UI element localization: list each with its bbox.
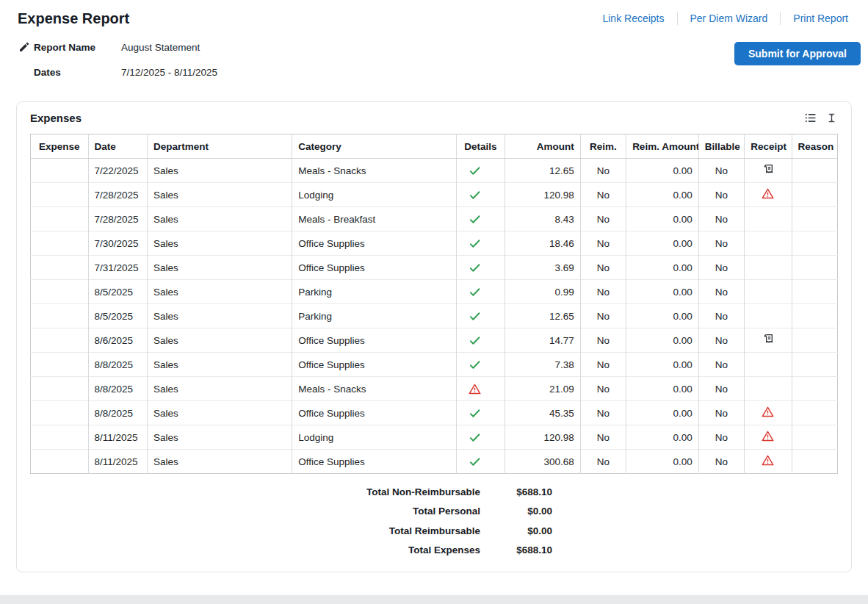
expense-reimbursable: No <box>580 304 626 328</box>
expense-reim-amount: 0.00 <box>626 159 699 183</box>
receipt-warning-icon[interactable] <box>762 454 774 467</box>
expense-date: 7/28/2025 <box>88 207 148 231</box>
expense-reimbursable: No <box>580 256 626 280</box>
expense-table-body: 7/22/2025 Sales Meals - Snacks 12.65 No … <box>31 159 838 474</box>
expense-date: 7/28/2025 <box>88 183 148 207</box>
expense-department: Sales <box>148 207 292 231</box>
expense-department: Sales <box>148 280 292 304</box>
expense-billable: No <box>698 377 744 401</box>
expense-reim-amount: 0.00 <box>626 280 699 304</box>
row-height-icon[interactable] <box>827 112 836 124</box>
per-diem-wizard-link[interactable]: Per Diem Wizard <box>678 12 781 24</box>
expense-row: 8/11/2025 Sales Lodging 120.98 No 0.00 N… <box>31 425 838 450</box>
col-header-department: Department <box>148 134 292 159</box>
expense-date: 7/31/2025 <box>88 256 148 280</box>
expense-billable: No <box>698 231 744 256</box>
expense-billable: No <box>698 183 744 207</box>
col-header-receipt: Receipt <box>745 134 792 159</box>
expense-amount: 45.35 <box>549 408 574 419</box>
details-check-icon <box>469 237 481 250</box>
details-check-icon <box>469 165 481 177</box>
expense-billable: No <box>698 304 744 328</box>
expense-reimbursable: No <box>580 328 626 353</box>
col-header-reim: Reim. <box>580 134 626 159</box>
expense-row: 8/8/2025 Sales Office Supplies 7.38 No 0… <box>31 353 838 377</box>
receipt-icon[interactable] <box>762 163 774 176</box>
details-check-icon <box>469 286 481 298</box>
expense-reim-amount: 0.00 <box>626 231 699 256</box>
details-warning-icon <box>469 383 481 395</box>
expense-reimbursable: No <box>580 207 626 231</box>
edit-report-name-icon[interactable] <box>18 41 34 53</box>
details-check-icon <box>469 359 481 371</box>
expense-amount: 120.98 <box>543 432 574 443</box>
details-check-icon <box>469 456 481 468</box>
expense-row: 7/28/2025 Sales Lodging 120.98 No 0.00 N… <box>31 183 838 207</box>
total-row: Total Reimbursable $0.00 <box>30 521 838 541</box>
expense-billable: No <box>698 207 744 231</box>
expense-category: Office Supplies <box>292 353 456 377</box>
expense-row: 8/11/2025 Sales Office Supplies 300.68 N… <box>31 450 838 474</box>
print-report-link[interactable]: Print Report <box>781 12 861 24</box>
expense-date: 8/5/2025 <box>88 304 148 328</box>
receipt-warning-icon[interactable] <box>762 187 774 200</box>
expense-department: Sales <box>148 159 292 183</box>
expense-reimbursable: No <box>580 280 626 304</box>
col-header-reason: Reason <box>792 134 837 159</box>
expense-row: 8/8/2025 Sales Meals - Snacks 21.09 No 0… <box>31 377 838 401</box>
col-header-reim-amount: Reim. Amount <box>626 134 699 159</box>
expense-date: 7/30/2025 <box>88 231 148 256</box>
receipt-icon[interactable] <box>762 333 774 345</box>
receipt-warning-icon[interactable] <box>762 406 774 418</box>
expense-reim-amount: 0.00 <box>626 377 699 401</box>
expense-reim-amount: 0.00 <box>626 425 699 450</box>
expenses-table: Expense Date Department Category Details… <box>30 134 838 474</box>
expense-category: Office Supplies <box>292 256 456 280</box>
expense-date: 8/11/2025 <box>88 450 148 474</box>
expense-amount: 12.65 <box>549 311 574 322</box>
receipt-warning-icon[interactable] <box>762 430 774 442</box>
list-view-icon[interactable] <box>803 112 817 124</box>
expense-amount: 12.65 <box>549 165 574 176</box>
expense-billable: No <box>698 425 744 450</box>
details-check-icon <box>469 334 481 347</box>
expense-amount: 8.43 <box>554 214 574 225</box>
report-name-label: Report Name <box>34 42 121 53</box>
expense-category: Office Supplies <box>292 231 456 256</box>
table-header-row: Expense Date Department Category Details… <box>31 134 838 159</box>
top-nav-links: Link Receipts Per Diem Wizard Print Repo… <box>590 12 861 25</box>
col-header-billable: Billable <box>698 134 744 159</box>
expense-amount: 14.77 <box>549 335 574 346</box>
expense-row: 8/8/2025 Sales Office Supplies 45.35 No … <box>31 401 838 425</box>
dates-label: Dates <box>34 67 121 78</box>
expense-department: Sales <box>148 353 292 377</box>
expense-row: 8/5/2025 Sales Parking 0.99 No 0.00 No <box>31 280 838 304</box>
expense-reimbursable: No <box>580 183 626 207</box>
expense-category: Office Supplies <box>292 328 456 353</box>
expense-billable: No <box>698 328 744 353</box>
page-title: Expense Report <box>18 9 129 28</box>
expenses-panel-title: Expenses <box>30 112 82 124</box>
expense-category: Lodging <box>292 425 456 450</box>
submit-for-approval-button[interactable]: Submit for Approval <box>734 42 861 65</box>
expense-reim-amount: 0.00 <box>626 401 699 425</box>
details-check-icon <box>469 431 481 444</box>
total-value: $688.10 <box>480 544 552 556</box>
expense-billable: No <box>698 401 744 425</box>
expense-row: 8/5/2025 Sales Parking 12.65 No 0.00 No <box>31 304 838 328</box>
expenses-panel-header: Expenses <box>30 112 838 124</box>
expense-department: Sales <box>148 231 292 256</box>
link-receipts-link[interactable]: Link Receipts <box>590 12 676 24</box>
expense-row: 7/30/2025 Sales Office Supplies 18.46 No… <box>31 231 838 256</box>
col-header-date: Date <box>88 134 148 159</box>
expense-billable: No <box>698 450 744 474</box>
expense-category: Parking <box>292 304 456 328</box>
expense-date: 8/8/2025 <box>88 353 148 377</box>
col-header-category: Category <box>292 134 456 159</box>
expense-category: Meals - Snacks <box>292 377 456 401</box>
details-check-icon <box>469 213 481 226</box>
expense-reim-amount: 0.00 <box>626 304 699 328</box>
expense-reim-amount: 0.00 <box>626 353 699 377</box>
expense-reimbursable: No <box>580 425 626 450</box>
expense-row: 8/6/2025 Sales Office Supplies 14.77 No … <box>31 328 838 353</box>
